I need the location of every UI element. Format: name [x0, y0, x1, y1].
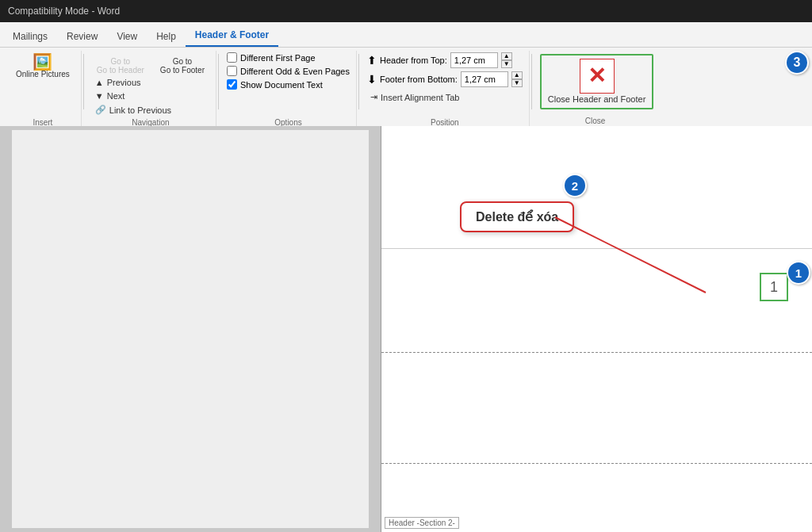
badge-3: 3 [785, 51, 809, 75]
x-icon: ✕ [588, 65, 606, 87]
page-number-box: 1 [760, 273, 788, 301]
show-document-text-checkbox[interactable] [227, 79, 237, 90]
close-header-footer-label: Close Header and Footer [548, 94, 646, 105]
link-to-previous-label: Link to Previous [109, 105, 171, 115]
position-inputs: ⬆ Header from Top: ▲ ▼ ⬇ Footer from Bot… [367, 52, 523, 104]
ribbon-group-insert: 🖼️ Online Pictures Insert [5, 51, 82, 128]
online-pictures-button[interactable]: 🖼️ Online Pictures [11, 52, 75, 80]
tab-review[interactable]: Review [57, 26, 107, 47]
previous-label: Previous [107, 78, 141, 87]
ribbon-content: 🖼️ Online Pictures Insert Go to Go to He… [0, 48, 812, 132]
ribbon-group-navigation: Go to Go to Header Go to Go to Footer ▲ … [86, 51, 216, 128]
image-icon: 🖼️ [33, 54, 52, 70]
header-divider-line [381, 352, 812, 353]
header-position-icon: ⬆ [367, 54, 377, 67]
online-pictures-label: Online Pictures [16, 70, 70, 78]
header-label-nav: Go to Header [97, 66, 144, 75]
document-page: 1 1 Header -Section 2- [381, 126, 812, 532]
insert-alignment-tab-button[interactable]: ⇥ Insert Alignment Tab [367, 90, 523, 104]
go-to-header-label: Go to [111, 57, 130, 66]
show-document-text-option[interactable]: Show Document Text [227, 79, 350, 90]
footer-spin-up[interactable]: ▲ [511, 71, 523, 79]
divider-2 [218, 54, 219, 109]
different-odd-even-label: Different Odd & Even Pages [240, 67, 350, 76]
tab-view[interactable]: View [107, 26, 147, 47]
ribbon-group-options: Different First Page Different Odd & Eve… [220, 51, 357, 128]
left-document-area [0, 126, 381, 532]
document-area: 1 1 Header -Section 2- Delete để xóa 2 [0, 126, 812, 532]
different-first-page-checkbox[interactable] [227, 52, 237, 63]
page-header-section [381, 126, 812, 249]
header-from-top-row: ⬆ Header from Top: ▲ ▼ [367, 52, 523, 68]
badge-1: 1 [787, 261, 810, 285]
different-first-page-label: Different First Page [240, 53, 316, 63]
left-page [12, 130, 369, 528]
divider-3 [358, 54, 359, 109]
page-body-section: 1 1 [381, 249, 812, 356]
header-spin-down[interactable]: ▼ [501, 60, 512, 68]
previous-button[interactable]: ▲ Previous [92, 76, 209, 89]
go-to-header-button[interactable]: Go to Go to Header [92, 55, 149, 76]
footer-from-bottom-label: Footer from Bottom: [380, 75, 458, 84]
go-to-footer-button[interactable]: Go to Go to Footer [155, 55, 209, 76]
ribbon-tabs: Mailings Review View Help Header & Foote… [0, 22, 812, 48]
badge-2: 2 [563, 174, 587, 197]
divider-1 [83, 54, 84, 109]
nav-buttons: ▲ Previous ▼ Next 🔗 Link to Previous [92, 76, 209, 117]
header-from-top-input[interactable] [450, 52, 498, 68]
footer-from-bottom-row: ⬇ Footer from Bottom: ▲ ▼ [367, 71, 523, 87]
prev-icon: ▲ [95, 78, 104, 87]
footer-top-line [381, 463, 812, 464]
callout-text: Delete để xóa [476, 210, 558, 224]
page-footer-area: Header -Section 2- [381, 463, 812, 532]
different-odd-even-checkbox[interactable] [227, 66, 237, 76]
insert-alignment-tab-label: Insert Alignment Tab [381, 93, 459, 102]
footer-position-icon: ⬇ [367, 73, 377, 86]
next-label: Next [107, 91, 125, 101]
title-text: Compatibility Mode - Word [8, 6, 120, 17]
link-icon: 🔗 [95, 105, 106, 115]
callout-tooltip: Delete để xóa [460, 201, 574, 232]
ribbon-group-close: ✕ Close Header and Footer Close [534, 51, 657, 128]
next-icon: ▼ [95, 91, 104, 101]
insert-buttons: 🖼️ Online Pictures [11, 52, 75, 80]
header-spin-up[interactable]: ▲ [501, 52, 512, 60]
show-document-text-label: Show Document Text [240, 80, 323, 90]
header-spin-buttons: ▲ ▼ [501, 52, 512, 68]
next-button[interactable]: ▼ Next [92, 90, 209, 102]
divider-4 [531, 54, 532, 109]
header-section-label: Header -Section 2- [385, 517, 459, 529]
ribbon-group-position: ⬆ Header from Top: ▲ ▼ ⬇ Footer from Bot… [361, 51, 530, 128]
close-group-label: Close [585, 117, 606, 125]
different-first-page-option[interactable]: Different First Page [227, 52, 350, 63]
tab-help[interactable]: Help [147, 26, 186, 47]
footer-spin-down[interactable]: ▼ [511, 79, 523, 87]
tab-mailings[interactable]: Mailings [3, 26, 57, 47]
go-to-footer-label: Go to Footer [160, 66, 205, 75]
link-to-previous-button[interactable]: 🔗 Link to Previous [92, 103, 209, 117]
header-from-top-label: Header from Top: [380, 55, 447, 65]
close-header-footer-button[interactable]: ✕ Close Header and Footer [540, 54, 654, 109]
different-odd-even-option[interactable]: Different Odd & Even Pages [227, 66, 350, 76]
page-number-value: 1 [770, 279, 778, 296]
tab-header-footer[interactable]: Header & Footer [186, 25, 278, 47]
options-checkboxes: Different First Page Different Odd & Eve… [227, 52, 350, 90]
close-header-footer-icon: ✕ [580, 59, 615, 94]
go-to-footer-label-top: Go to [173, 57, 192, 66]
title-bar: Compatibility Mode - Word [0, 0, 812, 22]
alignment-icon: ⇥ [370, 92, 377, 102]
footer-spin-buttons: ▲ ▼ [511, 71, 523, 87]
footer-from-bottom-input[interactable] [461, 71, 508, 87]
